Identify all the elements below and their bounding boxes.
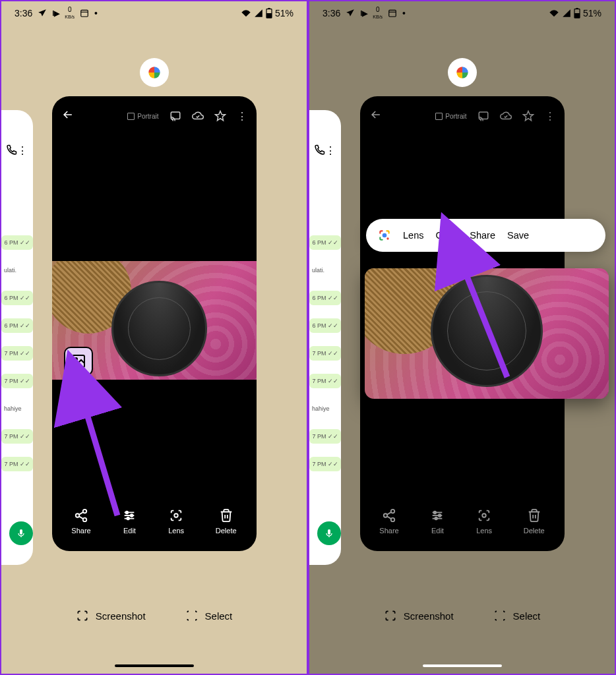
lens-button[interactable]: Lens (476, 508, 492, 535)
battery-icon (574, 8, 580, 18)
select-icon (493, 609, 507, 622)
calendar-icon (388, 9, 397, 18)
svg-line-13 (79, 516, 83, 519)
edit-icon (430, 508, 445, 523)
recents-actions: Screenshot Select (309, 609, 615, 622)
chat-msg: 7 PM ✓✓ (1, 429, 33, 444)
share-icon (382, 508, 396, 523)
chat-messages: 6 PM ✓✓ ulati. 6 PM ✓✓ 6 PM ✓✓ 7 PM ✓✓ 7… (309, 235, 341, 471)
battery-pct: 51% (275, 8, 293, 18)
star-icon[interactable] (522, 110, 534, 122)
select-button[interactable]: Select (493, 609, 541, 622)
svg-rect-0 (81, 10, 88, 16)
back-button[interactable] (61, 108, 75, 125)
svg-rect-4 (268, 8, 270, 9)
status-dot: • (402, 8, 406, 18)
svg-point-10 (76, 514, 80, 517)
chat-msg: 6 PM ✓✓ (1, 318, 33, 333)
mic-icon (324, 528, 334, 539)
svg-rect-5 (20, 529, 22, 535)
context-save[interactable]: Save (507, 230, 529, 241)
mic-icon (16, 528, 26, 539)
share-icon (74, 508, 88, 523)
status-bar: 3:36 I▶ 0KB/s • 51% (1, 1, 307, 25)
delete-button[interactable]: Delete (524, 508, 545, 535)
delete-button[interactable]: Delete (216, 508, 237, 535)
svg-point-20 (174, 514, 178, 517)
google-photos-app-icon[interactable] (448, 58, 477, 87)
google-photos-app-icon[interactable] (140, 58, 169, 87)
chat-msg: 7 PM ✓✓ (309, 374, 341, 388)
image-selection-button[interactable] (64, 347, 93, 376)
share-button[interactable]: Share (71, 508, 90, 535)
svg-point-19 (127, 517, 130, 520)
back-button[interactable] (369, 108, 383, 125)
edit-button[interactable]: Edit (430, 508, 445, 535)
screenshot-button[interactable]: Screenshot (76, 609, 146, 622)
status-kbps: 0KB/s (65, 7, 75, 20)
svg-point-38 (439, 514, 441, 517)
lens-button[interactable]: Lens (168, 508, 184, 535)
svg-rect-26 (576, 8, 578, 9)
select-button[interactable]: Select (185, 609, 233, 622)
chat-msg: 7 PM ✓✓ (309, 429, 341, 444)
star-icon[interactable] (214, 110, 226, 122)
chat-msg: 6 PM ✓✓ (309, 318, 341, 333)
context-copy[interactable]: Copy (435, 230, 458, 241)
more-icon[interactable]: ⋮ (545, 110, 555, 123)
more-icon[interactable]: ⋮ (237, 110, 247, 123)
selected-image-popout[interactable] (365, 268, 609, 399)
chat-msg: 6 PM ✓✓ (1, 235, 33, 250)
chat-msg: 6 PM ✓✓ (309, 291, 341, 305)
context-share[interactable]: Share (470, 230, 495, 241)
calendar-icon (80, 9, 89, 18)
more-icon[interactable]: ⋮ (325, 144, 336, 157)
cast-icon[interactable] (477, 110, 489, 122)
nav-bar[interactable] (423, 664, 502, 667)
battery-icon (266, 8, 272, 18)
voice-message-button[interactable] (317, 521, 341, 545)
svg-point-31 (391, 518, 395, 522)
google-photos-card[interactable]: Portrait ⋮ Share (52, 96, 257, 551)
wifi-icon (241, 9, 251, 18)
nav-bar[interactable] (115, 664, 194, 667)
status-icon: I▶ (52, 9, 59, 18)
image-context-menu: Lens Copy Share Save (366, 219, 605, 252)
cloud-done-icon[interactable] (500, 110, 512, 122)
chat-msg: 7 PM ✓✓ (1, 457, 33, 471)
photos-icon (454, 64, 471, 81)
svg-point-41 (383, 233, 387, 238)
portrait-badge: Portrait (435, 113, 466, 120)
image-icon (71, 353, 86, 369)
chat-msg: 6 PM ✓✓ (309, 235, 341, 250)
cloud-done-icon[interactable] (192, 110, 204, 122)
context-lens[interactable]: Lens (403, 230, 423, 241)
voice-message-button[interactable] (9, 521, 33, 545)
trash-icon (219, 508, 233, 523)
chat-messages: 6 PM ✓✓ ulati. 6 PM ✓✓ 6 PM ✓✓ 7 PM ✓✓ 7… (1, 235, 33, 471)
more-icon[interactable]: ⋮ (17, 144, 28, 157)
chat-msg: ulati. (309, 263, 341, 278)
whatsapp-peek-card[interactable]: ⋮ 6 PM ✓✓ ulati. 6 PM ✓✓ 6 PM ✓✓ 7 PM ✓✓… (309, 110, 341, 565)
cast-icon[interactable] (169, 110, 181, 122)
photo-viewport[interactable] (52, 261, 257, 380)
whatsapp-peek-card[interactable]: ⋮ 6 PM ✓✓ ulati. 6 PM ✓✓ 6 PM ✓✓ 7 PM ✓✓… (1, 110, 33, 565)
photos-icon (146, 64, 163, 81)
screenshot-icon (384, 609, 397, 622)
chat-msg: 7 PM ✓✓ (309, 457, 341, 471)
chat-msg: 7 PM ✓✓ (1, 374, 33, 388)
recents-actions: Screenshot Select (1, 609, 307, 622)
status-bar: 3:36 I▶ 0KB/s • 51% (309, 1, 615, 25)
signal-icon (254, 9, 263, 18)
telegram-icon (346, 9, 355, 18)
share-button[interactable]: Share (379, 508, 398, 535)
status-icon: I▶ (360, 9, 367, 18)
svg-line-33 (387, 516, 391, 519)
svg-point-17 (126, 512, 129, 514)
arrow-left-icon (61, 108, 75, 121)
edit-button[interactable]: Edit (122, 508, 137, 535)
status-time: 3:36 (15, 8, 32, 18)
screenshot-button[interactable]: Screenshot (384, 609, 454, 622)
svg-point-37 (434, 512, 437, 514)
svg-point-42 (386, 237, 388, 239)
